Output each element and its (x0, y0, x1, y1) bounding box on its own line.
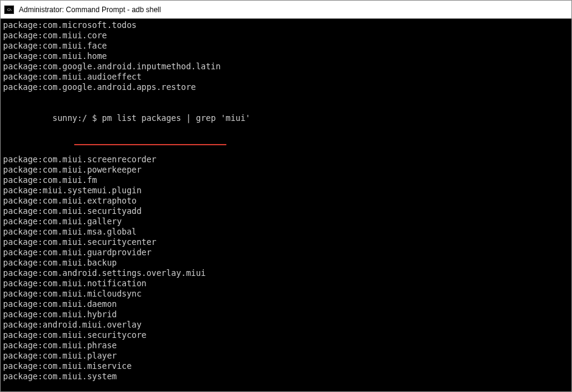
terminal-output-line: package:com.miui.micloudsync (3, 289, 569, 299)
terminal-output-line: package:com.miui.backup (3, 258, 569, 268)
terminal-output-line: package:com.miui.phrase (3, 340, 569, 351)
terminal-output-line: package:com.miui.notification (3, 278, 569, 289)
terminal-output-line: package:com.miui.securitycenter (3, 237, 569, 247)
prompt-host: sunny:/ $ (52, 113, 102, 123)
terminal-output-line: package:com.miui.screenrecorder (3, 154, 569, 165)
terminal-output-line: package:miui.systemui.plugin (3, 185, 569, 196)
terminal-output-line: package:com.google.android.apps.restore (3, 82, 569, 92)
terminal-output-line: package:com.microsoft.todos (3, 20, 569, 30)
terminal-output-line: package:com.miui.securityadd (3, 206, 569, 216)
terminal-output-line: package:com.miui.audioeffect (3, 72, 569, 82)
terminal-output-line: package:com.miui.player (3, 351, 569, 361)
terminal-area[interactable]: package:com.microsoft.todospackage:com.m… (1, 19, 571, 391)
terminal-output-line: package:com.miui.securitycore (3, 330, 569, 340)
terminal-output-line: package:com.miui.extraphoto (3, 196, 569, 206)
terminal-output-line: package:com.miui.guardprovider (3, 247, 569, 258)
cmd-icon (4, 5, 14, 14)
terminal-output-line: package:com.android.settings.overlay.miu… (3, 268, 569, 278)
terminal-output-line: package:com.miui.powerkeeper (3, 165, 569, 175)
terminal-output-line: package:com.miui.system (3, 371, 569, 382)
window-title: Administrator: Command Prompt - adb shel… (19, 5, 161, 14)
prompt-line: sunny:/ $ pm list packages | grep 'miui' (3, 92, 569, 154)
terminal-output-line: package:com.miui.daemon (3, 299, 569, 309)
terminal-output-line: package:com.miui.miservice (3, 361, 569, 371)
terminal-output-line: package:com.miui.home (3, 51, 569, 61)
terminal-output-line: package:com.miui.fm (3, 175, 569, 185)
terminal-output-line: package:com.miui.gallery (3, 216, 569, 227)
terminal-output-line: package:com.miui.hybrid (3, 309, 569, 320)
terminal-output-line: package:com.miui.msa.global (3, 227, 569, 237)
terminal-output-line: package:com.miui.core (3, 30, 569, 41)
terminal-output-line: package:com.google.android.inputmethod.l… (3, 61, 569, 72)
terminal-output-line: package:com.miui.face (3, 41, 569, 51)
terminal-output-line: package:android.miui.overlay (3, 320, 569, 330)
highlight-underline (74, 144, 226, 145)
prompt-command: pm list packages | grep 'miui' (102, 113, 251, 123)
titlebar[interactable]: Administrator: Command Prompt - adb shel… (1, 1, 571, 19)
